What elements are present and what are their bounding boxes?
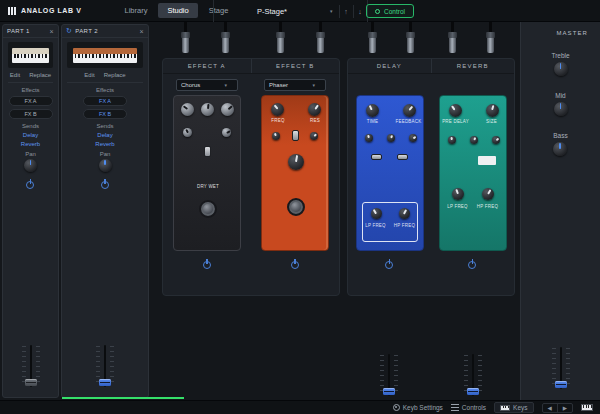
effect-b-type-select[interactable]: Phaser [264,79,326,91]
keys-toggle-button[interactable]: Keys [494,402,533,413]
preset-name[interactable]: P-Stage* [214,7,330,16]
reverb-return-fader[interactable] [464,352,482,398]
effect-b-type-value: Phaser [269,82,288,88]
chorus-pedal[interactable]: DRY WET [173,95,241,251]
gear-icon [393,404,400,411]
preset-previous-button[interactable]: ↑ [339,5,353,18]
send-reverb-link[interactable]: Reverb [21,141,40,147]
phaser-small-knob[interactable] [272,132,280,140]
patch-cable-jack[interactable] [221,24,230,58]
delay-small-knob[interactable] [365,134,373,142]
delay-feedback-knob[interactable] [403,104,416,117]
reverb-predelay-knob[interactable] [449,104,462,117]
keyb-settings-button[interactable]: Keyb Settings [393,404,443,411]
part-1-instrument-thumbnail[interactable] [8,42,53,68]
part-2-power-button[interactable] [100,179,111,190]
reverb-lp-label: LP FREQ [443,204,473,209]
replace-button[interactable]: Replace [29,72,51,78]
treble-knob[interactable] [554,62,568,76]
patch-cable-jack[interactable] [181,24,190,58]
edit-button[interactable]: Edit [84,72,94,78]
delay-time-knob[interactable] [366,104,379,117]
chorus-small-knob[interactable] [183,128,192,137]
reverb-small-knob[interactable] [492,136,500,144]
preset-next-button[interactable]: ↓ [353,5,367,18]
patch-cable-jack[interactable] [276,24,285,58]
master-volume-fader[interactable] [552,345,570,391]
fx-b-button[interactable]: FX B [83,109,127,119]
patch-cable-jack[interactable] [486,24,495,58]
delay-column: TIME FEEDBACK LP FREQ HP FREQ [348,74,431,295]
delay-return-fader[interactable] [380,352,398,398]
delay-small-knob[interactable] [409,134,417,142]
effect-a-type-select[interactable]: Chorus [176,79,238,91]
reverb-small-knob[interactable] [448,136,456,144]
fader-cap[interactable] [555,381,567,388]
reverb-small-knob[interactable] [470,136,478,144]
delay-bypass-button[interactable] [384,259,395,270]
send-delay-link[interactable]: Delay [97,132,112,138]
fader-cap[interactable] [99,379,111,386]
chevron-down-icon[interactable] [330,8,333,14]
chorus-footswitch[interactable] [199,200,217,218]
delay-pedal[interactable]: TIME FEEDBACK LP FREQ HP FREQ [356,95,424,251]
phaser-switch[interactable] [292,130,299,141]
phaser-footswitch[interactable] [287,198,305,216]
delay-sync-switch[interactable] [371,154,382,160]
part-1-power-button[interactable] [25,179,36,190]
effect-b-bypass-button[interactable] [290,259,301,270]
send-delay-link[interactable]: Delay [23,132,38,138]
bass-knob[interactable] [553,142,567,156]
delay-lp-knob[interactable] [371,208,382,219]
pan-knob[interactable] [99,159,112,172]
nav-left-button[interactable]: ◀ [543,404,557,412]
delay-small-knob[interactable] [387,134,395,142]
close-icon[interactable]: × [50,28,55,35]
effect-b-column: Phaser FREQ RES [251,74,339,295]
phaser-rate-knob[interactable] [288,154,304,170]
send-reverb-link[interactable]: Reverb [95,141,114,147]
chorus-switch[interactable] [204,146,211,157]
fader-cap[interactable] [467,388,479,395]
fader-cap[interactable] [383,388,395,395]
phaser-small-knob[interactable] [310,132,318,140]
part-2-instrument-thumbnail[interactable] [67,42,143,68]
virtual-keyboard-icon[interactable] [581,404,593,411]
replace-button[interactable]: Replace [104,72,126,78]
controller-button[interactable]: Control [366,4,414,18]
pan-knob[interactable] [24,159,37,172]
reverb-size-knob[interactable] [486,104,499,117]
fx-a-button[interactable]: FX A [83,96,127,106]
delay-hp-knob[interactable] [399,208,410,219]
fader-cap[interactable] [25,379,37,386]
edit-button[interactable]: Edit [10,72,20,78]
delay-mode-switch[interactable] [397,154,408,160]
nav-right-button[interactable]: ▶ [557,404,572,412]
part-1-panel: PART 1 × Edit Replace Effects FX A FX B … [2,24,59,398]
patch-cable-jack[interactable] [448,24,457,58]
reverb-lp-knob[interactable] [452,188,464,200]
mid-knob[interactable] [554,102,568,116]
patch-cable-jack[interactable] [316,24,325,58]
phaser-knob[interactable] [308,103,321,116]
chorus-knob[interactable] [201,103,214,116]
effect-a-bypass-button[interactable] [202,259,213,270]
fx-a-button[interactable]: FX A [9,96,53,106]
chorus-knob[interactable] [221,103,234,116]
phaser-knob[interactable] [271,103,284,116]
chorus-knob[interactable] [181,103,194,116]
chorus-small-knob[interactable] [222,128,231,137]
patch-cable-jack[interactable] [406,24,415,58]
reverb-bypass-button[interactable] [467,259,478,270]
patch-cable-jack[interactable] [368,24,377,58]
reverb-hp-knob[interactable] [482,188,494,200]
phaser-pedal[interactable]: FREQ RES [261,95,329,251]
part-1-volume-fader[interactable] [22,343,40,389]
part-2-volume-fader[interactable] [96,343,114,389]
close-icon[interactable]: × [140,28,145,35]
controls-button[interactable]: Controls [451,404,486,411]
tab-studio[interactable]: Studio [158,3,197,18]
tab-library[interactable]: Library [115,3,156,18]
fx-b-button[interactable]: FX B [9,109,53,119]
reverb-pedal[interactable]: PRE DELAY SIZE LP FREQ HP FREQ [439,95,507,251]
